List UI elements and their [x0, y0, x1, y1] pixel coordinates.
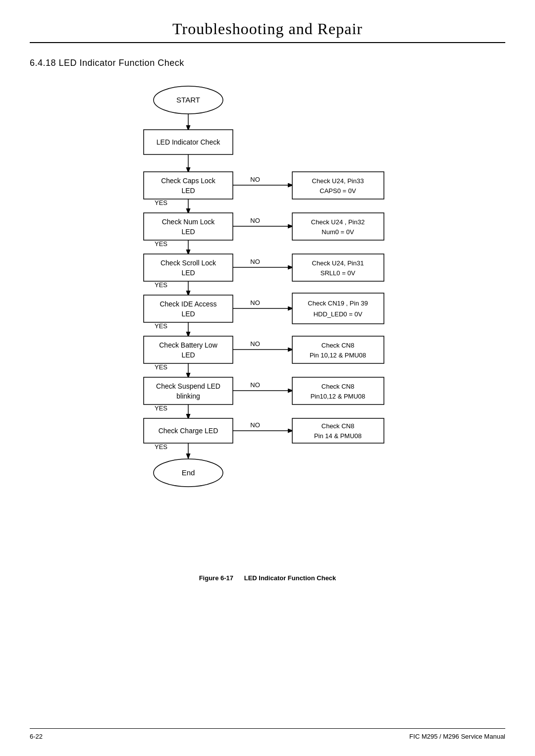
svg-rect-61 [292, 377, 384, 404]
svg-text:SRLL0 = 0V: SRLL0 = 0V [321, 269, 356, 277]
svg-text:YES: YES [155, 404, 167, 412]
svg-text:Check Num Lock: Check Num Lock [162, 218, 215, 226]
footer: 6-22 FIC M295 / M296 Service Manual [30, 728, 505, 740]
svg-text:blinking: blinking [176, 392, 200, 400]
flowchart: START LED Indicator Check Check Caps Loc… [79, 80, 456, 565]
svg-rect-36 [144, 295, 233, 322]
svg-text:Check U24 , Pin32: Check U24 , Pin32 [311, 218, 365, 226]
figure-caption-label: Figure 6-17 [199, 574, 233, 582]
page-title: Troubleshooting and Repair [30, 20, 505, 38]
svg-rect-31 [292, 254, 384, 281]
svg-text:NO: NO [250, 258, 260, 265]
svg-text:HDD_LED0 = 0V: HDD_LED0 = 0V [314, 310, 363, 318]
svg-text:Pin10,12 & PMU08: Pin10,12 & PMU08 [311, 393, 366, 400]
title-rule [30, 42, 505, 43]
svg-text:LED: LED [181, 269, 195, 277]
svg-text:YES: YES [155, 443, 167, 451]
svg-rect-6 [144, 172, 233, 199]
svg-text:Pin 14 & PMU08: Pin 14 & PMU08 [314, 432, 362, 440]
svg-rect-11 [292, 172, 384, 199]
svg-text:NO: NO [250, 299, 260, 306]
svg-rect-26 [144, 254, 233, 281]
svg-text:NO: NO [250, 176, 260, 183]
svg-text:Check IDE Access: Check IDE Access [160, 300, 216, 308]
svg-text:Num0 = 0V: Num0 = 0V [321, 228, 354, 236]
svg-text:NO: NO [250, 340, 260, 348]
svg-text:LED: LED [181, 351, 195, 359]
svg-text:Check Battery Low: Check Battery Low [159, 341, 217, 349]
svg-rect-46 [144, 336, 233, 363]
footer-right: FIC M295 / M296 Service Manual [409, 733, 505, 740]
svg-text:Check CN8: Check CN8 [321, 422, 354, 430]
svg-text:Pin 10,12 & PMU08: Pin 10,12 & PMU08 [310, 352, 366, 359]
svg-text:LED Indicator Check: LED Indicator Check [157, 138, 220, 146]
page: Troubleshooting and Repair 6.4.18 LED In… [0, 0, 535, 756]
svg-text:Check U24, Pin33: Check U24, Pin33 [312, 177, 364, 185]
svg-text:Check CN8: Check CN8 [321, 342, 354, 349]
svg-text:NO: NO [250, 381, 260, 389]
svg-text:Check Scroll Lock: Check Scroll Lock [160, 259, 216, 267]
svg-text:Check Charge LED: Check Charge LED [159, 427, 218, 435]
footer-left: 6-22 [30, 733, 43, 740]
svg-text:NO: NO [250, 421, 260, 429]
svg-text:NO: NO [250, 217, 260, 224]
svg-text:CAPS0 = 0V: CAPS0 = 0V [320, 187, 356, 195]
svg-text:YES: YES [155, 322, 167, 330]
svg-rect-56 [144, 377, 233, 404]
svg-text:YES: YES [155, 281, 167, 289]
figure-caption: Figure 6-17 LED Indicator Function Check [30, 574, 505, 582]
svg-text:YES: YES [155, 199, 167, 206]
svg-text:LED: LED [181, 187, 195, 195]
svg-text:YES: YES [155, 240, 167, 248]
svg-rect-21 [292, 213, 384, 240]
section-heading: 6.4.18 LED Indicator Function Check [30, 58, 505, 68]
svg-rect-51 [292, 336, 384, 363]
svg-text:YES: YES [155, 363, 167, 371]
svg-text:End: End [182, 468, 195, 477]
svg-text:Check Suspend LED: Check Suspend LED [156, 382, 220, 390]
svg-text:LED: LED [181, 228, 195, 236]
svg-text:LED: LED [181, 310, 195, 318]
svg-text:Check Caps Lock: Check Caps Lock [161, 177, 216, 185]
svg-rect-41 [292, 293, 384, 324]
svg-text:Check CN19 , Pin 39: Check CN19 , Pin 39 [308, 300, 368, 307]
svg-text:Check U24, Pin31: Check U24, Pin31 [312, 259, 364, 267]
figure-caption-text: LED Indicator Function Check [244, 574, 336, 582]
svg-rect-16 [144, 213, 233, 240]
svg-text:Check CN8: Check CN8 [321, 383, 354, 390]
svg-text:START: START [176, 96, 200, 104]
